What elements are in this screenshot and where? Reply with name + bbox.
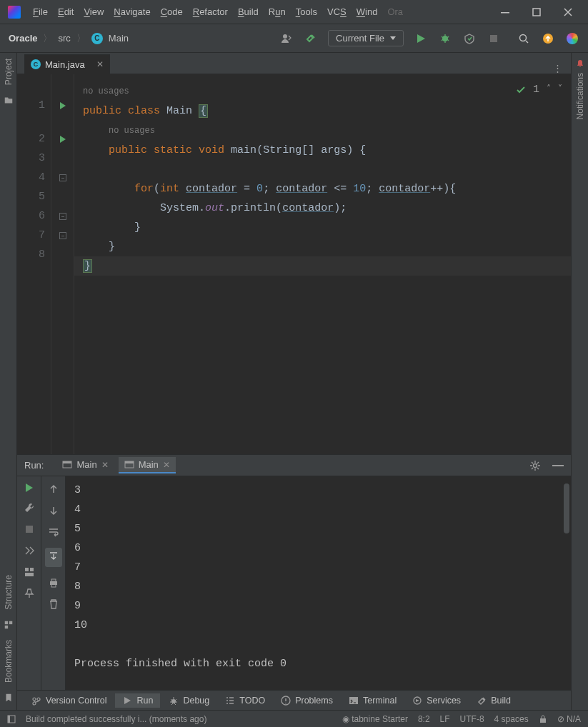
maximize-icon[interactable] xyxy=(529,5,544,19)
menu-view[interactable]: View xyxy=(84,6,104,17)
soft-wrap-icon[interactable] xyxy=(48,526,59,538)
run-toolbar-secondary xyxy=(41,476,66,690)
minimize-icon[interactable] xyxy=(498,5,512,19)
crumb-src[interactable]: src xyxy=(58,33,70,44)
gear-icon[interactable] xyxy=(529,460,541,471)
run-config-selector[interactable]: Current File xyxy=(328,30,404,46)
debug-button[interactable] xyxy=(438,31,452,46)
bottom-tool-run[interactable]: Run xyxy=(115,693,160,708)
trash-icon[interactable] xyxy=(48,598,59,610)
update-icon[interactable] xyxy=(541,31,555,46)
menu-edit[interactable]: Edit xyxy=(58,6,74,17)
status-message[interactable]: Build completed successfully i... (momen… xyxy=(26,714,332,724)
chevron-down-icon[interactable]: ˅ xyxy=(558,80,562,99)
structure-tool-button[interactable]: Structure xyxy=(4,575,14,610)
bottom-tool-problems[interactable]: Problems xyxy=(274,693,340,708)
close-icon[interactable]: ✕ xyxy=(163,460,170,470)
folder-icon[interactable] xyxy=(4,95,14,105)
gutter-run-icon[interactable] xyxy=(51,96,74,115)
layout-icon[interactable] xyxy=(24,566,35,578)
editor-tab-main[interactable]: C Main.java ✕ xyxy=(24,54,110,74)
notifications-tool-button[interactable]: Notifications xyxy=(575,73,585,119)
line-separator[interactable]: LF xyxy=(440,714,450,724)
chevron-up-icon[interactable]: ˄ xyxy=(547,80,551,99)
run-tab-main-1[interactable]: Main ✕ xyxy=(56,457,114,473)
svg-rect-27 xyxy=(8,716,10,723)
crumb-project[interactable]: Oracle xyxy=(9,33,37,44)
close-icon[interactable]: ✕ xyxy=(101,460,109,470)
print-icon[interactable] xyxy=(48,577,59,588)
bug-icon xyxy=(169,696,179,706)
titlebar: File Edit View Navigate Code Refactor Bu… xyxy=(0,0,588,24)
menu-tools[interactable]: Tools xyxy=(296,6,317,17)
ide-services-icon[interactable] xyxy=(565,31,579,46)
svg-rect-7 xyxy=(4,621,7,624)
coverage-button[interactable] xyxy=(462,31,477,46)
tool-windows-icon[interactable] xyxy=(7,715,16,723)
chevron-down-icon xyxy=(390,36,396,40)
fold-icon[interactable] xyxy=(51,206,74,226)
stop-button[interactable] xyxy=(487,31,501,46)
fold-icon[interactable] xyxy=(51,226,74,245)
stop-icon[interactable] xyxy=(24,523,35,535)
close-tab-icon[interactable]: ✕ xyxy=(96,59,104,69)
indent-widget[interactable]: 4 spaces xyxy=(494,714,529,724)
run-toolbar-primary xyxy=(17,476,41,690)
exit-icon[interactable] xyxy=(24,545,35,556)
arrow-up-icon[interactable] xyxy=(48,483,59,495)
wrench-icon[interactable] xyxy=(24,502,35,513)
search-icon[interactable] xyxy=(517,31,531,46)
tabnine-widget[interactable]: ◉ tabnine Starter xyxy=(342,714,408,724)
close-icon[interactable] xyxy=(561,5,575,19)
bookmarks-tool-button[interactable]: Bookmarks xyxy=(4,640,14,683)
editor-tabstrip: C Main.java ✕ ⋮ xyxy=(17,53,571,74)
bottom-tool-todo[interactable]: TODO xyxy=(218,693,272,708)
fold-icon[interactable] xyxy=(51,168,74,187)
caret-position[interactable]: 8:2 xyxy=(418,714,430,724)
menu-refactor[interactable]: Refactor xyxy=(193,6,228,17)
right-tool-strip: Notifications xyxy=(571,53,588,710)
scroll-to-end-icon[interactable] xyxy=(45,548,62,567)
bottom-tool-version-control[interactable]: Version Control xyxy=(24,693,114,708)
arrow-down-icon[interactable] xyxy=(48,505,59,516)
menu-window[interactable]: Wind xyxy=(357,6,378,17)
tab-actions-icon[interactable]: ⋮ xyxy=(544,63,571,74)
menu-run[interactable]: Run xyxy=(269,6,286,17)
bottom-tool-debug[interactable]: Debug xyxy=(161,693,216,708)
scrollbar[interactable] xyxy=(564,483,569,533)
menu-oracle[interactable]: Ora xyxy=(387,6,403,17)
run-tab-main-2[interactable]: Main ✕ xyxy=(119,457,176,473)
menu-code[interactable]: Code xyxy=(161,6,183,17)
hide-icon[interactable] xyxy=(552,465,564,466)
crumb-file[interactable]: Main xyxy=(109,33,129,44)
menu-build[interactable]: Build xyxy=(238,6,259,17)
bell-icon[interactable] xyxy=(575,59,585,69)
svg-point-5 xyxy=(520,34,527,41)
user-icon[interactable] xyxy=(279,31,294,46)
project-tool-button[interactable]: Project xyxy=(4,59,14,85)
pin-icon[interactable] xyxy=(24,588,35,599)
hammer-icon[interactable] xyxy=(304,31,318,46)
bottom-tool-services[interactable]: Services xyxy=(405,693,468,708)
play-icon xyxy=(122,696,132,706)
branch-widget[interactable]: ⊘ N/A xyxy=(557,714,581,724)
bookmark-icon[interactable] xyxy=(4,693,14,703)
code-editor[interactable]: 1 2 3 4 5 6 7 8 xyxy=(17,74,571,454)
code-area[interactable]: no usages public class Main { no usages … xyxy=(74,74,571,454)
svg-rect-18 xyxy=(25,573,34,576)
bottom-tool-terminal[interactable]: Terminal xyxy=(342,693,404,708)
rerun-icon[interactable] xyxy=(26,483,33,492)
console-output[interactable]: 3 4 5 6 7 8 9 10 Process finished with e… xyxy=(66,476,571,690)
file-encoding[interactable]: UTF-8 xyxy=(460,714,484,724)
menu-navigate[interactable]: Navigate xyxy=(114,6,150,17)
bottom-tool-build[interactable]: Build xyxy=(469,693,518,708)
structure-icon[interactable] xyxy=(4,620,14,630)
run-tab-label: Main xyxy=(139,459,159,470)
menu-file[interactable]: File xyxy=(33,6,48,17)
run-button[interactable] xyxy=(414,31,428,46)
inspection-widget[interactable]: 1 ˄ ˅ xyxy=(516,80,562,99)
gutter-run-icon[interactable] xyxy=(51,129,74,149)
menu-vcs[interactable]: VCS xyxy=(327,6,347,17)
svg-point-2 xyxy=(283,34,287,39)
lock-icon[interactable] xyxy=(539,715,547,723)
